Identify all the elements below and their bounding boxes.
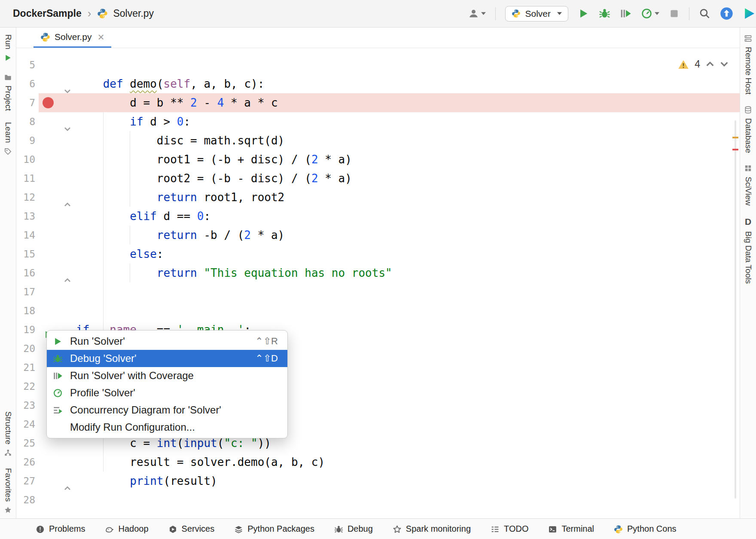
sidebar-item-learn[interactable]: Learn xyxy=(3,122,13,156)
line-number[interactable]: 26 xyxy=(16,453,35,472)
line-number[interactable]: 16 xyxy=(16,263,35,282)
line-number[interactable]: 11 xyxy=(16,169,35,188)
statusbar-item-spark-monitoring[interactable]: Spark monitoring xyxy=(383,524,481,534)
code-token xyxy=(76,191,157,204)
line-number[interactable]: 28 xyxy=(16,490,35,509)
breadcrumb-project[interactable]: DockerSample xyxy=(13,8,82,19)
code-text[interactable]: disc = math.sqrt(d) xyxy=(76,131,740,150)
user-menu-button[interactable] xyxy=(468,8,486,19)
menu-item[interactable]: Debug 'Solver'⌃⇧D xyxy=(47,350,287,367)
code-text[interactable]: else: xyxy=(76,245,740,263)
sidebar-item-remote-host[interactable]: Remote Host xyxy=(744,34,753,95)
code-text[interactable] xyxy=(76,282,740,301)
code-line: 10 root1 = (-b + disc) / (2 * a) xyxy=(16,150,740,169)
statusbar-item-label: Python Cons xyxy=(627,524,677,534)
code-text[interactable] xyxy=(76,55,740,74)
statusbar-item-terminal[interactable]: Terminal xyxy=(538,524,604,534)
code-text[interactable]: result = solver.demo(a, b, c) xyxy=(76,453,740,472)
line-number[interactable]: 21 xyxy=(16,358,35,377)
code-text[interactable] xyxy=(76,490,740,509)
sidebar-item-favorites[interactable]: Favorites xyxy=(3,468,13,514)
update-button[interactable] xyxy=(720,7,733,20)
line-number[interactable]: 13 xyxy=(16,207,35,226)
line-number[interactable]: 14 xyxy=(16,226,35,245)
breadcrumb-file[interactable]: Solver.py xyxy=(113,8,154,19)
update-arrow-icon xyxy=(720,7,733,20)
spark-icon xyxy=(393,524,402,534)
statusbar-item-python-packages[interactable]: Python Packages xyxy=(224,524,324,534)
line-number[interactable]: 10 xyxy=(16,150,35,169)
code-text[interactable] xyxy=(76,301,740,320)
code-token: root1, root2 xyxy=(197,191,285,204)
next-warning-chevron-down-icon[interactable] xyxy=(720,61,729,67)
code-editor[interactable]: 56 def demo(self, a, b, c):7 d = b ** 2 … xyxy=(16,48,740,518)
statusbar-item-label: Spark monitoring xyxy=(406,524,471,534)
line-number[interactable]: 25 xyxy=(16,434,35,453)
line-number[interactable]: 12 xyxy=(16,188,35,207)
sidebar-item-structure[interactable]: Structure xyxy=(3,411,13,457)
menu-item[interactable]: Run 'Solver'⌃⇧R xyxy=(47,333,287,350)
line-number[interactable]: 7 xyxy=(16,93,35,112)
code-token: "c: " xyxy=(224,437,257,450)
code-text[interactable]: def demo(self, a, b, c): xyxy=(76,74,740,93)
statusbar-item-label: Debug xyxy=(348,524,373,534)
run-button[interactable] xyxy=(578,8,589,19)
code-text[interactable]: return "This equation has no roots" xyxy=(76,263,740,282)
tab-solver-py[interactable]: Solver.py × xyxy=(34,28,111,48)
database-icon xyxy=(744,106,752,114)
sidebar-item-label: Remote Host xyxy=(744,47,753,95)
sidebar-item-project[interactable]: Project xyxy=(3,73,13,111)
line-number[interactable]: 6 xyxy=(16,74,35,93)
code-line: 5 xyxy=(16,55,740,74)
coverage-button[interactable] xyxy=(620,8,631,19)
menu-item[interactable]: Modify Run Configuration... xyxy=(47,419,287,436)
line-number[interactable]: 23 xyxy=(16,396,35,415)
menu-item[interactable]: Run 'Solver' with Coverage xyxy=(47,367,287,384)
code-text[interactable]: root2 = (-b - disc) / (2 * a) xyxy=(76,169,740,188)
code-text[interactable]: d = b ** 2 - 4 * a * c xyxy=(76,93,740,112)
run-config-selector[interactable]: Solver xyxy=(505,6,568,21)
statusbar-item-hadoop[interactable]: Hadoop xyxy=(95,524,158,534)
sidebar-item-run[interactable]: Run xyxy=(3,34,13,62)
statusbar-item-problems[interactable]: Problems xyxy=(26,524,95,534)
statusbar-item-debug[interactable]: Debug xyxy=(324,524,383,534)
search-everywhere-button[interactable] xyxy=(699,8,710,19)
breakpoint-icon[interactable] xyxy=(43,97,54,108)
error-stripe-mark[interactable] xyxy=(732,149,738,150)
prev-warning-chevron-up-icon[interactable] xyxy=(706,61,714,67)
line-number[interactable]: 9 xyxy=(16,131,35,150)
line-number[interactable]: 27 xyxy=(16,472,35,490)
partial-toolbar-button[interactable] xyxy=(743,7,756,20)
line-number[interactable]: 5 xyxy=(16,55,35,74)
line-number[interactable]: 20 xyxy=(16,339,35,358)
sidebar-item-database[interactable]: Database xyxy=(744,106,753,153)
gutter-icons xyxy=(35,301,76,320)
code-text[interactable]: return root1, root2 xyxy=(76,188,740,207)
warning-stripe-mark[interactable] xyxy=(732,137,738,138)
code-text[interactable]: return -b / (2 * a) xyxy=(76,226,740,245)
line-number[interactable]: 15 xyxy=(16,245,35,263)
line-number[interactable]: 22 xyxy=(16,377,35,396)
statusbar-item-todo[interactable]: TODO xyxy=(481,524,538,534)
statusbar-item-python-cons[interactable]: Python Cons xyxy=(604,524,686,534)
debug-button[interactable] xyxy=(599,8,610,19)
code-token: c = xyxy=(76,437,157,450)
code-text[interactable]: elif d == 0: xyxy=(76,207,740,226)
line-number[interactable]: 19 xyxy=(16,320,35,339)
profile-button[interactable] xyxy=(641,8,659,19)
code-text[interactable]: root1 = (-b + disc) / (2 * a) xyxy=(76,150,740,169)
menu-item[interactable]: Profile 'Solver' xyxy=(47,384,287,401)
close-icon[interactable]: × xyxy=(98,31,104,43)
scrollbar-thumb[interactable] xyxy=(735,120,736,499)
code-text[interactable]: print(result) xyxy=(76,472,740,490)
stop-button[interactable] xyxy=(669,8,680,19)
menu-item[interactable]: Concurrency Diagram for 'Solver' xyxy=(47,401,287,419)
sidebar-item-sciview[interactable]: SciView xyxy=(744,164,753,205)
statusbar-item-services[interactable]: Services xyxy=(159,524,225,534)
line-number[interactable]: 18 xyxy=(16,301,35,320)
line-number[interactable]: 8 xyxy=(16,112,35,131)
sidebar-item-big-data-tools[interactable]: D Big Data Tools xyxy=(744,217,753,284)
code-text[interactable]: if d > 0: xyxy=(76,112,740,131)
line-number[interactable]: 24 xyxy=(16,415,35,434)
line-number[interactable]: 17 xyxy=(16,282,35,301)
